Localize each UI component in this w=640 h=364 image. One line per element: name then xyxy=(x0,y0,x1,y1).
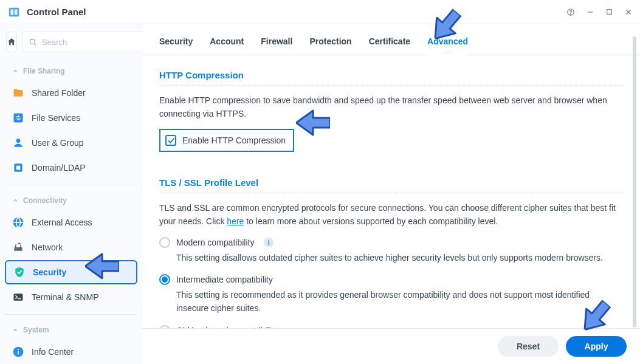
chevron-up-icon xyxy=(12,68,18,74)
sidebar-item-label: User & Group xyxy=(32,138,84,148)
sidebar-item-label: Shared Folder xyxy=(32,88,86,98)
search-field[interactable] xyxy=(41,37,142,47)
reset-button[interactable]: Reset xyxy=(498,336,559,357)
sidebar-item-label: External Access xyxy=(32,218,92,227)
svg-point-9 xyxy=(30,39,35,44)
section-file-sharing[interactable]: File Sharing xyxy=(5,61,137,80)
chevron-up-icon xyxy=(12,327,18,333)
sidebar-item-file-services[interactable]: File Services xyxy=(5,106,137,130)
sidebar-item-user-group[interactable]: User & Group xyxy=(5,131,137,155)
title-bar: Control Panel xyxy=(0,0,640,24)
folder-icon xyxy=(12,87,24,99)
checkbox-icon xyxy=(165,135,176,146)
section-label: File Sharing xyxy=(23,67,65,75)
sidebar-item-external-access[interactable]: External Access xyxy=(5,210,137,235)
section-label: Connectivity xyxy=(23,196,67,205)
apply-button[interactable]: Apply xyxy=(566,336,627,357)
svg-rect-11 xyxy=(14,114,23,123)
domain-icon xyxy=(12,162,24,174)
tab-certificate[interactable]: Certificate xyxy=(369,36,410,55)
section-system[interactable]: System xyxy=(5,320,137,339)
sidebar-item-info-center[interactable]: Info Center xyxy=(5,340,137,364)
tab-security[interactable]: Security xyxy=(159,36,193,55)
radio-icon xyxy=(159,237,170,248)
svg-rect-0 xyxy=(9,7,19,16)
router-icon xyxy=(12,241,24,253)
sidebar-item-network[interactable]: Network xyxy=(5,235,137,259)
chevron-up-icon xyxy=(12,197,18,204)
radio-label: Modern compatibility xyxy=(176,238,254,247)
radio-modern[interactable]: Modern compatibility i xyxy=(159,237,623,248)
sidebar: File Sharing Shared Folder File Services… xyxy=(0,24,142,364)
svg-rect-6 xyxy=(607,10,612,15)
svg-rect-2 xyxy=(15,9,18,15)
sidebar-item-label: Security xyxy=(33,267,66,277)
radio-intermediate-desc: This setting is recommended as it provid… xyxy=(176,289,623,315)
radio-intermediate[interactable]: Intermediate compatibility xyxy=(159,274,623,285)
radio-icon xyxy=(159,325,170,328)
svg-point-19 xyxy=(16,249,17,250)
svg-line-10 xyxy=(34,43,36,45)
radio-label: Intermediate compatibility xyxy=(176,275,273,284)
enable-http-compression-checkbox[interactable]: Enable HTTP Compression xyxy=(159,129,294,152)
content-scrollbar[interactable] xyxy=(633,36,636,328)
radio-label: Old backward compatibility xyxy=(176,326,278,328)
svg-point-12 xyxy=(16,139,21,143)
svg-point-4 xyxy=(571,13,571,14)
tab-advanced[interactable]: Advanced xyxy=(427,36,468,55)
content-scroll: HTTP Compression Enable HTTP compression… xyxy=(142,55,640,328)
maximize-icon[interactable] xyxy=(605,8,613,16)
svg-rect-18 xyxy=(14,247,22,251)
svg-rect-1 xyxy=(11,9,14,15)
search-input[interactable] xyxy=(22,32,142,52)
transfer-icon xyxy=(12,112,24,124)
sidebar-item-label: Network xyxy=(32,242,63,252)
section-label: System xyxy=(23,326,49,334)
sidebar-item-label: Info Center xyxy=(32,347,74,357)
sidebar-item-domain-ldap[interactable]: Domain/LDAP xyxy=(5,156,137,180)
sidebar-item-label: Terminal & SNMP xyxy=(32,292,98,302)
tls-here-link[interactable]: here xyxy=(227,216,244,226)
tab-firewall[interactable]: Firewall xyxy=(261,36,292,55)
svg-rect-20 xyxy=(14,294,23,301)
info-badge-icon[interactable]: i xyxy=(264,238,274,247)
http-compression-title: HTTP Compression xyxy=(159,58,623,86)
radio-icon xyxy=(159,274,170,285)
help-icon[interactable] xyxy=(566,8,575,16)
tab-account[interactable]: Account xyxy=(210,36,244,55)
globe-icon xyxy=(12,216,24,228)
radio-modern-desc: This setting disallows outdated cipher s… xyxy=(176,252,623,265)
minimize-icon[interactable] xyxy=(586,8,594,16)
tabs: Security Account Firewall Protection Cer… xyxy=(142,24,640,55)
tls-title: TLS / SSL Profile Level xyxy=(159,165,623,193)
sidebar-item-label: Domain/LDAP xyxy=(32,163,86,173)
svg-rect-14 xyxy=(16,166,21,170)
sidebar-item-security[interactable]: Security xyxy=(5,260,137,284)
terminal-icon xyxy=(12,291,24,303)
checkbox-label: Enable HTTP Compression xyxy=(182,136,286,145)
http-compression-desc: Enable HTTP compression to save bandwidt… xyxy=(159,94,623,120)
close-icon[interactable] xyxy=(624,8,633,16)
sidebar-item-label: File Services xyxy=(32,113,80,123)
user-icon xyxy=(12,137,24,149)
svg-rect-22 xyxy=(18,351,19,354)
info-icon xyxy=(12,346,24,358)
footer: Reset Apply xyxy=(142,328,640,364)
home-button[interactable] xyxy=(6,32,17,52)
section-connectivity[interactable]: Connectivity xyxy=(5,190,137,210)
tab-protection[interactable]: Protection xyxy=(309,36,351,55)
window-title: Control Panel xyxy=(27,7,86,17)
shield-icon xyxy=(13,266,26,278)
svg-point-23 xyxy=(18,349,19,350)
sidebar-item-terminal-snmp[interactable]: Terminal & SNMP xyxy=(5,285,137,309)
search-icon xyxy=(29,38,37,46)
sidebar-item-shared-folder[interactable]: Shared Folder xyxy=(5,81,137,105)
tls-desc: TLS and SSL are common encrypted protoco… xyxy=(159,202,623,228)
app-icon xyxy=(7,5,21,19)
radio-old[interactable]: Old backward compatibility xyxy=(159,325,623,328)
